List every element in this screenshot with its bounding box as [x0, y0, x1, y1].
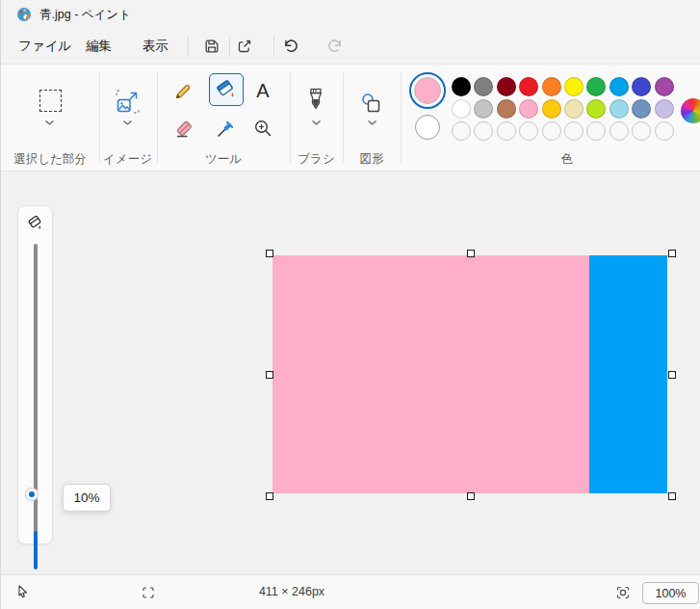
canvas-area[interactable]: 10% [1, 172, 700, 574]
status-bar: 411 × 246px 100% [1, 574, 700, 609]
primary-color-swatch[interactable] [409, 72, 446, 109]
palette-swatch[interactable] [542, 99, 561, 119]
menu-separator [229, 37, 230, 56]
palette-empty-slot[interactable] [586, 121, 606, 141]
zoom-level-button[interactable]: 100% [642, 582, 699, 604]
share-button[interactable] [231, 33, 258, 60]
chevron-down-icon[interactable] [44, 119, 55, 126]
secondary-color-swatch[interactable] [415, 115, 440, 140]
magnifier-tool-button[interactable] [246, 112, 280, 145]
palette-empty-slot[interactable] [452, 121, 471, 141]
shapes-icon [358, 91, 385, 118]
palette-swatch[interactable] [497, 99, 516, 119]
palette-empty-slot[interactable] [655, 121, 674, 141]
chevron-down-icon[interactable] [311, 119, 322, 126]
palette-row-2 [452, 99, 674, 119]
palette-swatch[interactable] [519, 99, 538, 119]
palette-swatch[interactable] [452, 99, 471, 119]
brush-icon [305, 87, 326, 116]
undo-button[interactable] [277, 33, 304, 60]
brushes-section-label: ブラシ [290, 151, 343, 168]
tools-section-label: ツール [157, 151, 290, 168]
palette-swatch[interactable] [564, 99, 583, 119]
ribbon-toolbar: 選択した部分 イメージ A [1, 64, 700, 172]
section-separator [401, 72, 402, 163]
selection-section-label: 選択した部分 [1, 151, 99, 168]
fill-tool-options-panel [17, 205, 53, 544]
selection-tool-button[interactable] [39, 90, 62, 112]
palette-row-1 [452, 77, 674, 96]
palette-empty-slot[interactable] [542, 121, 561, 141]
palette-empty-slot[interactable] [564, 121, 583, 141]
palette-swatch[interactable] [655, 77, 674, 96]
palette-swatch[interactable] [519, 77, 538, 96]
chevron-down-icon[interactable] [122, 119, 133, 126]
image-tools-button[interactable] [115, 89, 141, 115]
palette-swatch[interactable] [632, 99, 651, 119]
menu-file[interactable]: ファイル [11, 34, 79, 59]
chevron-down-icon[interactable] [367, 119, 377, 126]
resize-handle-bottom-right[interactable] [668, 492, 676, 500]
text-tool-button[interactable]: A [246, 74, 280, 107]
brushes-button[interactable] [305, 87, 326, 116]
palette-swatch[interactable] [632, 77, 651, 96]
resize-handle-top-middle[interactable] [467, 250, 475, 257]
title-bar: 青.jpg - ペイント [1, 0, 700, 29]
undo-icon [282, 38, 299, 55]
window-title: 青.jpg - ペイント [39, 0, 131, 29]
eraser-tool-button[interactable] [167, 112, 201, 145]
menu-bar: ファイル 編集 表示 [1, 29, 700, 64]
palette-empty-slot[interactable] [474, 121, 493, 141]
palette-row-empty [452, 121, 674, 141]
palette-empty-slot[interactable] [497, 121, 516, 141]
resize-handle-middle-right[interactable] [668, 371, 676, 379]
palette-swatch[interactable] [497, 77, 516, 96]
palette-empty-slot[interactable] [609, 121, 629, 141]
selection-size-icon [142, 586, 155, 599]
resize-handle-bottom-left[interactable] [266, 492, 273, 500]
menu-edit[interactable]: 編集 [78, 34, 119, 59]
resize-handle-middle-left[interactable] [266, 371, 273, 379]
palette-swatch[interactable] [542, 77, 561, 96]
palette-swatch[interactable] [655, 99, 674, 119]
color-picker-wheel[interactable] [681, 98, 700, 123]
fit-to-window-button[interactable] [609, 578, 637, 607]
palette-swatch[interactable] [452, 77, 471, 96]
paint-window: { "window": { "title": "青.jpg - ペイント" },… [0, 0, 700, 609]
save-icon [203, 38, 220, 55]
menu-separator [188, 37, 189, 56]
shapes-button[interactable] [358, 91, 385, 118]
eyedropper-tool-button[interactable] [209, 112, 244, 145]
fill-tool-button[interactable] [209, 73, 244, 106]
canvas-image[interactable] [272, 255, 667, 493]
palette-empty-slot[interactable] [632, 121, 651, 141]
section-separator [343, 72, 344, 163]
redo-button[interactable] [322, 33, 349, 60]
shapes-section-label: 図形 [343, 151, 401, 168]
eyedropper-icon [216, 118, 237, 139]
pencil-icon [173, 80, 194, 101]
save-button[interactable] [198, 33, 225, 60]
palette-swatch[interactable] [474, 77, 493, 96]
palette-swatch[interactable] [564, 77, 583, 96]
image-section-label: イメージ [98, 151, 157, 168]
section-separator [157, 72, 158, 163]
eraser-icon [173, 118, 194, 139]
palette-swatch[interactable] [586, 77, 606, 96]
resize-handle-top-left[interactable] [266, 250, 273, 257]
resize-handle-top-right[interactable] [668, 250, 676, 257]
palette-swatch[interactable] [474, 99, 493, 119]
fill-bucket-icon [26, 214, 45, 233]
image-size-text: 411 × 246px [234, 575, 350, 609]
palette-empty-slot[interactable] [519, 121, 538, 141]
menu-separator [273, 37, 274, 56]
slider-value-tooltip: 10% [63, 484, 111, 512]
palette-swatch[interactable] [609, 77, 629, 96]
canvas-image-stripe[interactable] [589, 255, 667, 493]
palette-swatch[interactable] [609, 99, 629, 119]
pencil-tool-button[interactable] [167, 74, 201, 107]
resize-handle-bottom-middle[interactable] [467, 492, 475, 500]
palette-swatch[interactable] [586, 99, 606, 119]
tolerance-slider-thumb[interactable] [26, 489, 38, 500]
menu-view[interactable]: 表示 [135, 34, 176, 59]
